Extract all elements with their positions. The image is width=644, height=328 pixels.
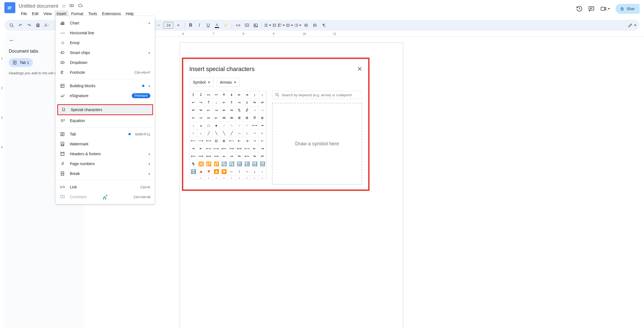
- tab-chip[interactable]: Tab 1: [9, 58, 33, 67]
- char-cell[interactable]: ↣: [197, 114, 205, 122]
- char-cell[interactable]: ⇤: [236, 137, 243, 145]
- char-cell[interactable]: ●: [213, 122, 220, 129]
- char-cell[interactable]: ˆ: [259, 176, 266, 180]
- char-cell[interactable]: ⇵: [243, 106, 251, 114]
- char-cell[interactable]: ↝: [213, 106, 220, 114]
- link-icon[interactable]: [234, 21, 242, 29]
- char-cell[interactable]: ↧: [197, 91, 205, 99]
- char-cell[interactable]: ⟸: [243, 152, 251, 160]
- char-cell[interactable]: ‐: [259, 168, 266, 176]
- char-cell[interactable]: ⬩: [190, 122, 197, 129]
- char-cell[interactable]: ↓: [251, 168, 259, 176]
- insert-emoji[interactable]: ☺Emoji: [56, 38, 155, 48]
- char-cell[interactable]: ╱: [205, 129, 213, 137]
- char-cell[interactable]: ⟻: [205, 145, 213, 152]
- fontsize-dec[interactable]: −: [155, 21, 162, 29]
- insert-pagenum[interactable]: #Page numbers▸: [56, 159, 155, 169]
- char-cell[interactable]: ↤: [205, 91, 213, 99]
- char-cell[interactable]: ⟷: [205, 137, 213, 145]
- char-cell[interactable]: 🔻: [205, 168, 213, 176]
- cloud-icon[interactable]: [78, 3, 83, 9]
- char-cell[interactable]: 🔄: [228, 160, 236, 168]
- char-cell[interactable]: ≪: [220, 114, 228, 122]
- char-cell[interactable]: ↑: [190, 129, 197, 137]
- char-cell[interactable]: →: [259, 106, 266, 114]
- insert-hr[interactable]: —Horizontal line: [56, 28, 155, 38]
- history-icon[interactable]: [576, 5, 583, 12]
- menu-edit[interactable]: Edit: [30, 10, 41, 17]
- char-cell[interactable]: ⤚: [259, 137, 266, 145]
- fontsize-value[interactable]: 24: [164, 22, 173, 29]
- char-cell[interactable]: ⋐: [243, 114, 251, 122]
- char-cell[interactable]: 🔽: [220, 168, 228, 176]
- char-cell[interactable]: →: [243, 168, 251, 176]
- insert-equation[interactable]: π²Equation: [56, 116, 155, 126]
- char-cell[interactable]: ⌐: [259, 129, 266, 137]
- char-cell[interactable]: ⤒: [205, 99, 213, 106]
- char-cell[interactable]: ⟼: [213, 145, 220, 152]
- redo-icon[interactable]: ↷: [25, 21, 33, 29]
- char-cell[interactable]: ˯: [190, 176, 197, 180]
- print-icon[interactable]: [34, 21, 42, 29]
- insert-smartchips[interactable]: Smart chips▸: [56, 48, 155, 58]
- category-select[interactable]: Symbol: [189, 78, 214, 87]
- char-cell[interactable]: 🔺: [197, 168, 205, 176]
- char-cell[interactable]: 🔀: [197, 160, 205, 168]
- char-cell[interactable]: ⤙: [251, 137, 259, 145]
- char-cell[interactable]: ⇐: [220, 99, 228, 106]
- char-cell[interactable]: 🔂: [213, 160, 220, 168]
- insert-tab[interactable]: TabShift+F11: [56, 129, 155, 139]
- image-icon[interactable]: [252, 21, 259, 29]
- char-cell[interactable]: ⊟: [213, 137, 220, 145]
- char-cell[interactable]: ⟸: [190, 152, 197, 160]
- char-cell[interactable]: ╲: [220, 129, 228, 137]
- char-cell[interactable]: ↬: [197, 106, 205, 114]
- char-cell[interactable]: ⟷: [251, 122, 259, 129]
- char-cell[interactable]: ≫: [228, 114, 236, 122]
- menu-view[interactable]: View: [41, 10, 54, 17]
- italic-icon[interactable]: I: [196, 21, 203, 29]
- char-cell[interactable]: ⟵: [228, 137, 236, 145]
- char-cell[interactable]: ˆ: [228, 176, 236, 180]
- doc-title[interactable]: Untitled document: [19, 3, 58, 9]
- spellcheck-icon[interactable]: A✓: [43, 21, 50, 29]
- fontsize-inc[interactable]: +: [174, 21, 182, 29]
- char-cell[interactable]: ↢: [190, 114, 197, 122]
- char-cell[interactable]: ⟹: [197, 152, 205, 160]
- insert-building[interactable]: Building blocks▸: [56, 81, 155, 91]
- char-cell[interactable]: 🔼: [213, 168, 220, 176]
- char-cell[interactable]: ⤜: [197, 145, 205, 152]
- char-cell[interactable]: ↞: [236, 91, 243, 99]
- search-input[interactable]: [282, 93, 359, 97]
- char-cell[interactable]: ↓: [213, 99, 220, 106]
- char-cell[interactable]: ↣: [228, 152, 236, 160]
- char-cell[interactable]: ⊕: [220, 137, 228, 145]
- insert-special-characters[interactable]: ΩSpecial characters: [57, 104, 153, 115]
- char-cell[interactable]: ↓: [197, 129, 205, 137]
- star-icon[interactable]: ☆: [62, 3, 66, 9]
- linespacing-icon[interactable]: [272, 21, 277, 29]
- search-box[interactable]: [272, 91, 362, 99]
- char-cell[interactable]: ━: [259, 122, 266, 129]
- char-cell[interactable]: ╱: [228, 129, 236, 137]
- char-cell[interactable]: ⇓: [243, 99, 251, 106]
- char-cell[interactable]: ↑: [236, 168, 243, 176]
- char-cell[interactable]: ˆ: [243, 176, 251, 180]
- char-cell[interactable]: ⟋: [220, 122, 228, 129]
- char-cell[interactable]: ↨: [251, 91, 259, 99]
- char-cell[interactable]: 🔜: [259, 160, 266, 168]
- char-cell[interactable]: ⤛: [190, 145, 197, 152]
- addcomment-icon[interactable]: [243, 21, 251, 29]
- char-cell[interactable]: ↯: [190, 160, 197, 168]
- insert-link[interactable]: LinkCtrl+K: [56, 182, 155, 192]
- char-cell[interactable]: ⇑: [228, 99, 236, 106]
- char-cell[interactable]: ˆ: [220, 176, 228, 180]
- char-cell[interactable]: ⟸: [220, 145, 228, 152]
- char-cell[interactable]: ↠: [243, 91, 251, 99]
- numbered-icon[interactable]: 123: [294, 21, 301, 29]
- char-cell[interactable]: ↥: [190, 91, 197, 99]
- editmode-icon[interactable]: [628, 21, 636, 29]
- insert-watermark[interactable]: Watermark: [56, 139, 155, 149]
- close-icon[interactable]: ✕: [357, 66, 362, 73]
- textcolor-icon[interactable]: A: [213, 21, 221, 29]
